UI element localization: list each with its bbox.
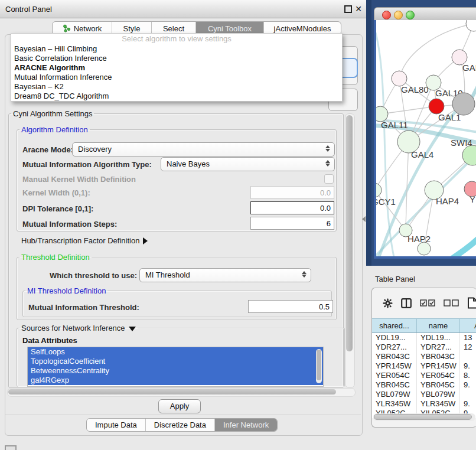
algorithm-option[interactable]: Mutual Information Inference (11, 73, 342, 82)
mi-algorithm-type-select[interactable]: Naive Bayes (161, 157, 335, 171)
hub-definition-toggle[interactable]: Hub/Transcription Factor Definition (21, 236, 148, 245)
which-threshold-select[interactable]: MI Threshold (139, 268, 311, 282)
settings-vertical-scrollbar[interactable] (345, 113, 355, 388)
close-traffic-light-icon[interactable] (382, 11, 391, 19)
table-cell: 12 (460, 343, 476, 352)
settings-gear-icon[interactable] (383, 298, 393, 308)
attr-items-container: SelfLoopsTopologicalCoefficientBetweenne… (28, 347, 323, 385)
sources-title[interactable]: Sources for Network Inference (19, 324, 138, 332)
table-column-header[interactable]: A (460, 319, 476, 332)
algorithm-option[interactable]: ARACNE Algorithm (11, 63, 342, 73)
chevron-right-icon (143, 237, 148, 244)
table-column-header[interactable]: shared... (372, 319, 417, 332)
attribute-list-item[interactable]: gal4RGexp (28, 376, 323, 385)
dpi-tolerance-field[interactable] (250, 201, 334, 214)
table-row[interactable]: YBR043CYBR043C (372, 352, 476, 361)
apply-button[interactable]: Apply (158, 399, 201, 413)
vertical-scrollbar-thumb[interactable] (346, 115, 353, 351)
mi-threshold-field[interactable] (248, 300, 333, 313)
close-icon[interactable]: ✕ (354, 5, 363, 13)
network-node-label: GAL (462, 63, 476, 73)
network-node-label: GAL4 (411, 149, 433, 159)
settings-horizontal-scrollbar[interactable] (7, 388, 356, 397)
table-row[interactable]: YLR345WYLR345W9. (372, 399, 476, 409)
table-column-header[interactable]: name (417, 319, 460, 332)
unchecked-pair-icon[interactable] (444, 299, 459, 306)
table-horizontal-scrollbar[interactable] (373, 413, 475, 421)
table-cell: 9. (460, 380, 476, 390)
attributes-list-scrollbar[interactable] (316, 349, 322, 383)
table-cell: YLR345W (372, 399, 417, 409)
table-cell: YER054C (372, 371, 417, 380)
table-header-row: shared...nameA (372, 318, 476, 333)
network-node[interactable] (418, 242, 431, 255)
attribute-list-item[interactable]: TopologicalCoefficient (28, 357, 323, 366)
table-cell: 13 (460, 333, 476, 343)
horizontal-scrollbar-thumb[interactable] (8, 389, 336, 394)
network-node[interactable] (376, 183, 382, 197)
network-view-canvas[interactable]: GALGAL80GAL10GAL1GAL11GAL4SWI4GCY1HAP4YH… (374, 20, 476, 259)
checked-pair-icon[interactable] (420, 299, 435, 306)
table-row[interactable]: YBR045CYBR045C9. (372, 380, 476, 390)
table-cell: YLR345W (417, 399, 460, 409)
network-node-label: GAL11 (381, 120, 408, 130)
dropdown-placeholder: Select algorithm to view settings (11, 34, 342, 44)
panel-title: Control Panel (5, 5, 52, 14)
tab-infer-network[interactable]: Infer Network (215, 419, 277, 431)
tab-impute-data[interactable]: Impute Data (87, 419, 146, 431)
algorithm-option[interactable]: Bayesian – Hill Climbing (11, 44, 342, 54)
which-threshold-label: Which threshold to use: (50, 271, 137, 280)
network-node-label: Y (470, 194, 475, 204)
table-row[interactable]: YDR27...YDR27...12 (372, 343, 476, 352)
network-graph: GALGAL80GAL10GAL1GAL11GAL4SWI4GCY1HAP4YH… (376, 20, 476, 256)
table-cell: YBL079W (372, 390, 417, 399)
dpi-tolerance-label: DPI Tolerance [0,1]: (22, 204, 93, 213)
split-columns-icon[interactable] (401, 298, 412, 308)
tab-style-label: Style (123, 24, 141, 33)
manual-kernel-width-label: Manual Kernel Width Definition (22, 175, 136, 184)
tab-discretize-data[interactable]: Discretize Data (146, 419, 215, 431)
attribute-list-item[interactable]: SelfLoops (28, 347, 323, 357)
table-cell: YDR27... (372, 343, 417, 352)
table-cell: YER054C (417, 371, 460, 380)
aracne-mode-select[interactable]: Discovery (72, 142, 335, 156)
table-row[interactable]: YDL19...YDL19...13 (372, 333, 476, 343)
aracne-mode-label: Aracne Mode: (22, 145, 73, 154)
network-edge (380, 106, 436, 114)
mi-steps-label: Mutual Information Steps: (22, 220, 117, 229)
table-row[interactable]: YBL079WYBL079W (372, 390, 476, 399)
kernel-width-field[interactable] (250, 186, 334, 199)
table-cell: YPR145W (372, 361, 417, 371)
table-row[interactable]: YER054CYER054C8. (372, 371, 476, 380)
attribute-list-item[interactable]: BetweennessCentrality (28, 366, 323, 376)
table-cell: YBR043C (417, 352, 460, 361)
aracne-mode-value: Discovery (78, 145, 112, 154)
algorithm-option[interactable]: Basic Correlation Inference (11, 54, 342, 63)
data-attributes-list[interactable]: SelfLoopsTopologicalCoefficientBetweenne… (27, 347, 324, 387)
node-table-panel: shared...nameA YDL19...YDL19...13YDR27..… (371, 288, 476, 428)
table-cell: YDR27... (417, 343, 460, 352)
network-window-titlebar[interactable] (374, 7, 476, 21)
zoom-traffic-light-icon[interactable] (406, 11, 415, 19)
sources-title-label: Sources for Network Inference (21, 324, 125, 332)
float-window-icon[interactable] (344, 5, 352, 13)
dropdown-items: Bayesian – Hill ClimbingBasic Correlatio… (11, 44, 342, 101)
table-cell: YBR043C (372, 352, 417, 361)
network-edge (446, 237, 476, 256)
algorithm-definition-title: Algorithm Definition (19, 125, 90, 134)
new-table-icon[interactable] (467, 297, 476, 309)
algorithm-option[interactable]: Bayesian – K2 (11, 82, 342, 92)
mi-steps-field[interactable] (250, 217, 334, 230)
stepper-arrows-icon (302, 270, 307, 278)
minimize-traffic-light-icon[interactable] (394, 11, 403, 19)
stepper-arrows-icon (325, 145, 331, 152)
table-panel: Table Panel (366, 266, 476, 450)
docked-panel-corner-icon[interactable] (5, 445, 17, 450)
table-row[interactable]: YPR145WYPR145W9. (372, 361, 476, 371)
network-node[interactable] (466, 20, 476, 31)
panel-collapse-handle-icon[interactable] (362, 216, 366, 222)
manual-kernel-width-checkbox[interactable] (324, 174, 334, 184)
algorithm-option[interactable]: Dream8 DC_TDC Algorithm (11, 92, 342, 101)
threshold-definition-title: Threshold Definition (19, 253, 92, 262)
network-node-label: GAL80 (401, 84, 429, 94)
